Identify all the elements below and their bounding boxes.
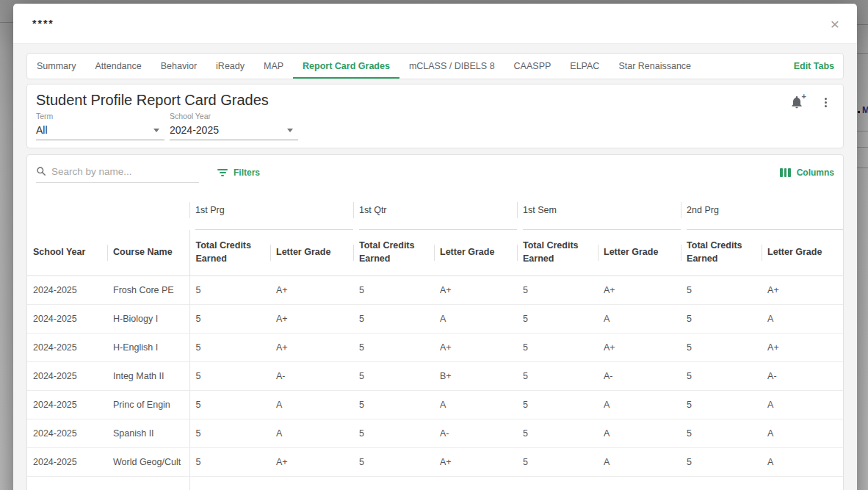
filters-button[interactable]: Filters — [217, 167, 260, 178]
cell-letter-grade: A+ — [270, 447, 353, 476]
school-year-select-value: 2024-2025 — [170, 124, 219, 136]
columns-button-label: Columns — [797, 167, 834, 178]
edit-tabs-button[interactable]: Edit Tabs — [785, 54, 843, 79]
term-select[interactable]: Term All — [36, 112, 164, 140]
cell-letter-grade: A+ — [598, 275, 681, 304]
cell-total-credits: 5 — [517, 304, 598, 333]
tab-elpac[interactable]: ELPAC — [560, 54, 609, 79]
report-header-card: Student Profile Report Card Grades Term … — [26, 84, 844, 148]
columns-button[interactable]: Columns — [780, 167, 834, 178]
cell-letter-grade: A- — [762, 361, 843, 390]
cell-total-credits: 5 — [517, 390, 598, 419]
cell-total-credits: 5 — [517, 275, 598, 304]
table-row: 2024-2025 Princ of Engin 5 A 5 A 5 A 5 A — [27, 390, 843, 419]
school-year-select[interactable]: School Year 2024-2025 — [170, 112, 298, 140]
tab-report-card-grades[interactable]: Report Card Grades — [293, 54, 399, 79]
cell-course-name: Frosh Core PE — [107, 275, 189, 304]
filter-select-row: Term All School Year 2024-2025 — [36, 112, 834, 140]
group-header-1st-prg: 1st Prg — [189, 190, 353, 230]
cell-letter-grade: A — [762, 390, 843, 419]
cell-letter-grade: B+ — [434, 361, 517, 390]
tab-attendance[interactable]: Attendance — [85, 54, 151, 79]
table-row: 2024-2025 Spanish II 5 A 5 A- 5 A 5 A — [27, 419, 843, 447]
columns-icon — [780, 168, 791, 177]
cell-letter-grade: A — [762, 419, 843, 447]
group-header-spacer — [27, 190, 189, 230]
cell-total-credits: 5 — [353, 304, 434, 333]
cell-letter-grade: A — [434, 304, 517, 333]
table-row-partial — [27, 476, 843, 490]
cell-school-year: 2024-2025 — [27, 390, 107, 419]
cell-letter-grade: A+ — [270, 333, 353, 361]
term-select-label: Term — [36, 112, 164, 120]
cell-letter-grade: A+ — [762, 333, 843, 361]
cell-course-name: Spanish II — [107, 419, 189, 447]
cell-total-credits: 5 — [189, 447, 270, 476]
tab-map[interactable]: MAP — [254, 54, 293, 79]
backdrop-partial-text: M — [862, 105, 868, 115]
tab-star-renaissance[interactable]: Star Renaissance — [609, 54, 701, 79]
grades-table-card: Filters Columns 1st — [26, 154, 844, 490]
tab-summary[interactable]: Summary — [27, 54, 85, 79]
cell-total-credits: 5 — [681, 304, 762, 333]
cell-letter-grade: A — [598, 447, 681, 476]
cell-total-credits: 5 — [189, 333, 270, 361]
group-header-row: 1st Prg 1st Qtr 1st Sem 2nd Prg — [27, 190, 843, 230]
column-header-total-credits[interactable]: Total Credits Earned — [517, 230, 598, 275]
cell-total-credits: 5 — [681, 390, 762, 419]
add-alert-button[interactable]: + — [789, 95, 804, 109]
cell-school-year: 2024-2025 — [27, 333, 107, 361]
cell-letter-grade: A — [598, 304, 681, 333]
cell-letter-grade: A+ — [598, 333, 681, 361]
backdrop-line — [857, 147, 868, 148]
cell-letter-grade: A+ — [434, 333, 517, 361]
backdrop-line — [857, 53, 868, 54]
more-options-button[interactable] — [823, 96, 828, 109]
cell-school-year: 2024-2025 — [27, 304, 107, 333]
column-header-total-credits[interactable]: Total Credits Earned — [353, 230, 434, 275]
cell-school-year: 2024-2025 — [27, 447, 107, 476]
cell-letter-grade: A- — [434, 419, 517, 447]
table-toolbar: Filters Columns — [27, 155, 843, 190]
cell-total-credits: 5 — [353, 419, 434, 447]
cell-total-credits: 5 — [189, 419, 270, 447]
modal-header: **** × — [13, 4, 857, 44]
cell-total-credits: 5 — [189, 361, 270, 390]
term-select-value: All — [36, 124, 48, 136]
cell-letter-grade: A — [598, 390, 681, 419]
column-header-letter-grade[interactable]: Letter Grade — [270, 230, 353, 275]
search-input[interactable] — [51, 166, 199, 177]
cell-total-credits: 5 — [681, 419, 762, 447]
cell-total-credits: 5 — [681, 447, 762, 476]
close-icon[interactable]: × — [828, 15, 842, 33]
column-header-total-credits[interactable]: Total Credits Earned — [681, 230, 762, 275]
column-header-course-name[interactable]: Course Name — [107, 230, 189, 275]
cell-letter-grade: A — [270, 419, 353, 447]
cell-letter-grade: A+ — [434, 447, 517, 476]
column-header-letter-grade[interactable]: Letter Grade — [762, 230, 843, 275]
cell-total-credits: 5 — [517, 447, 598, 476]
cell-letter-grade: A+ — [270, 275, 353, 304]
tab-caaspp[interactable]: CAASPP — [504, 54, 561, 79]
table-row: 2024-2025 World Geog/Cult 5 A+ 5 A+ 5 A … — [27, 447, 843, 476]
column-header-total-credits[interactable]: Total Credits Earned — [189, 230, 270, 275]
cell-total-credits: 5 — [189, 275, 270, 304]
table-row: 2024-2025 Integ Math II 5 A- 5 B+ 5 A- 5… — [27, 361, 843, 390]
cell-course-name: H-English I — [107, 333, 189, 361]
column-header-school-year[interactable]: School Year — [27, 230, 107, 275]
page-title: Student Profile Report Card Grades — [36, 92, 834, 109]
column-header-letter-grade[interactable]: Letter Grade — [434, 230, 517, 275]
plus-icon: + — [802, 93, 806, 101]
cell-letter-grade: A — [762, 447, 843, 476]
tab-behavior[interactable]: Behavior — [151, 54, 206, 79]
backdrop-dot — [858, 111, 860, 113]
cell-letter-grade: A- — [270, 361, 353, 390]
backdrop-line — [857, 167, 868, 168]
modal-body: Summary Attendance Behavior iReady MAP R… — [13, 44, 857, 490]
column-header-letter-grade[interactable]: Letter Grade — [598, 230, 681, 275]
tab-mclass-dibels8[interactable]: mCLASS / DIBELS 8 — [399, 54, 504, 79]
search-icon — [36, 166, 46, 176]
group-header-1st-qtr: 1st Qtr — [353, 190, 517, 230]
tab-iready[interactable]: iReady — [206, 54, 254, 79]
cell-total-credits: 5 — [681, 333, 762, 361]
